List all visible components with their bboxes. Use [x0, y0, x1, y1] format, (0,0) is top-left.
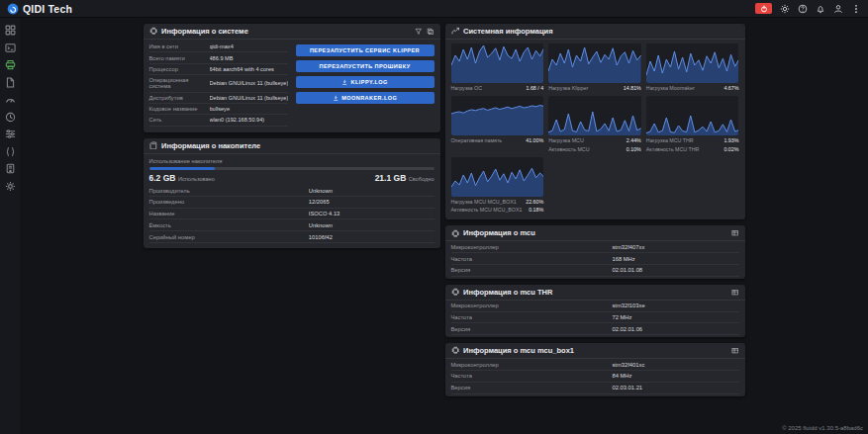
- table-row: НазваниеISOCO 4.13: [149, 209, 434, 220]
- info-value: stm32f407xx: [612, 244, 738, 250]
- table-row: Кодовое названиеbullseye: [149, 104, 288, 115]
- details-icon[interactable]: [731, 289, 739, 297]
- sidebar-item-tune[interactable]: [5, 94, 16, 105]
- button-label: KLIPPY.LOG: [351, 79, 388, 85]
- kebab-menu-icon[interactable]: [851, 4, 861, 14]
- moonraker-log-button[interactable]: MOONRAKER.LOG: [296, 92, 434, 104]
- chart-klipper-load: Нагрузка Klipper14.81%: [548, 43, 641, 91]
- info-label: Частота: [451, 314, 613, 320]
- info-value: 10106f42: [309, 234, 434, 240]
- chart-label: Нагрузка MCU THR: [646, 137, 694, 143]
- system-info-table: Имя в сетиqidi-max4 Всего памяти486.9 MB…: [149, 42, 288, 127]
- details-icon[interactable]: [731, 347, 739, 355]
- brand[interactable]: QIDI Tech: [7, 3, 72, 15]
- table-row: Серийный номер10106f42: [149, 231, 434, 243]
- info-label: Частота: [451, 256, 613, 262]
- chart-label: Нагрузка ОС: [451, 85, 482, 91]
- table-row: Микроконтроллерstm32f407xx: [451, 241, 739, 253]
- disk-body: Использование накопителя 6.2 GB Использо…: [144, 154, 440, 248]
- chart-label: Оперативная память: [451, 137, 503, 143]
- main-content: Информация о системе Имя в сетиqidi-max4…: [20, 18, 868, 434]
- help-icon[interactable]: [798, 4, 808, 14]
- table-row: Частота84 MHz: [451, 371, 739, 383]
- info-label: Микроконтроллер: [451, 362, 613, 368]
- info-label: Версия: [451, 385, 613, 391]
- table-row: Версия02.03.01.21: [451, 383, 739, 394]
- notifications-bell-icon[interactable]: [816, 4, 825, 14]
- topbar: QIDI Tech: [0, 0, 868, 18]
- account-icon[interactable]: [833, 4, 843, 14]
- table-row: ПроизводительUnknown: [149, 185, 434, 197]
- sidebar-item-system[interactable]: [5, 163, 16, 174]
- chart-value: 0.02%: [723, 146, 738, 152]
- system-info-body: Имя в сетиqidi-max4 Всего памяти486.9 MB…: [144, 40, 440, 132]
- panel-system-charts-header: Системная информация: [445, 24, 745, 40]
- info-label: Произведено: [149, 199, 309, 205]
- chart-os-load: Нагрузка ОС1.68 / 4: [451, 43, 544, 91]
- filter-icon[interactable]: [415, 28, 423, 36]
- chart-value: 0.18%: [529, 207, 543, 213]
- settings-gear-icon[interactable]: [780, 4, 790, 14]
- emergency-stop-button[interactable]: [755, 3, 772, 14]
- sidebar-item-jobs[interactable]: [5, 77, 16, 88]
- table-row: Микроконтроллерstm32f103xe: [451, 301, 739, 312]
- chart-value: 2.44%: [627, 137, 641, 143]
- restart-klipper-service-button[interactable]: ПЕРЕЗАПУСТИТЬ СЕРВИС KLIPPER: [296, 44, 434, 56]
- info-label: Частота: [451, 373, 613, 379]
- chart-moonraker-load: Нагрузка Moonraker4.67%: [646, 43, 739, 91]
- info-label: Дистрибутив: [149, 95, 210, 101]
- copy-icon[interactable]: [427, 28, 434, 36]
- details-icon[interactable]: [731, 229, 739, 237]
- panel-mcu-box1-header: Информация о mcu mcu_box1: [445, 343, 745, 359]
- sidebar-item-printer[interactable]: [5, 59, 16, 70]
- chart-label: Нагрузка MCU: [548, 137, 584, 143]
- table-row: Частота72 MHz: [451, 312, 739, 324]
- sidebar-item-settings[interactable]: [5, 181, 16, 192]
- sidebar-item-configure[interactable]: [5, 129, 16, 139]
- info-value: ISOCO 4.13: [309, 211, 434, 217]
- mcu-table: Микроконтроллерstm32f401xc Частота84 MHz…: [445, 359, 745, 395]
- disk-used-stat: 6.2 GB Использовано: [149, 173, 215, 183]
- klippy-log-button[interactable]: KLIPPY.LOG: [296, 76, 434, 88]
- mcu-table: Микроконтроллерstm32f103xe Частота72 MHz…: [445, 301, 745, 337]
- disk-used-label: Использовано: [178, 176, 215, 182]
- info-value: 02.01.01.08: [612, 267, 738, 273]
- info-value: Unknown: [309, 188, 434, 194]
- panel-disk-info-header: Информация о накопителе: [144, 138, 440, 154]
- panel-system-info: Информация о системе Имя в сетиqidi-max4…: [144, 24, 440, 132]
- chart-label: Нагрузка Klipper: [548, 85, 588, 91]
- chart-label: Нагрузка Moonraker: [646, 85, 695, 91]
- panel-mcu-thr: Информация о mcu THR Микроконтроллерstm3…: [445, 285, 745, 337]
- sparkline-chart: [646, 43, 739, 83]
- chart-value: 0.10%: [627, 146, 641, 152]
- panel-actions: [731, 229, 739, 237]
- info-value: 168 MHz: [612, 256, 738, 262]
- info-value: stm32f401xc: [612, 362, 738, 368]
- table-row: Произведено12/2065: [149, 197, 434, 209]
- info-label: Серийный номер: [149, 234, 309, 240]
- disk-free-value: 21.1 GB: [375, 173, 407, 183]
- info-value: Unknown: [309, 222, 434, 228]
- topbar-actions: [755, 3, 861, 14]
- sparkline-chart: [451, 157, 544, 197]
- info-label: Версия: [451, 326, 613, 332]
- sidebar-item-console[interactable]: [5, 43, 16, 53]
- sidebar-item-macros[interactable]: [5, 146, 16, 157]
- table-row: Операционная системаDebian GNU/Linux 11 …: [149, 75, 288, 92]
- sparkline-chart: [646, 96, 739, 135]
- restart-firmware-button[interactable]: ПЕРЕЗАПУСТИТЬ ПРОШИВКУ: [296, 60, 434, 72]
- info-label: Операционная система: [149, 77, 210, 89]
- sidebar-item-dashboard[interactable]: [5, 25, 16, 36]
- download-icon: [333, 95, 339, 102]
- chart-value: 22.60%: [526, 199, 543, 205]
- info-value: stm32f103xe: [612, 303, 738, 308]
- sidebar-item-history[interactable]: [5, 112, 16, 123]
- chart-value: 14.81%: [624, 85, 641, 91]
- disk-usage-progressbar: [149, 167, 434, 171]
- chart-value: 41.00%: [526, 137, 543, 143]
- disk-table: ПроизводительUnknown Произведено12/2065 …: [149, 185, 434, 243]
- info-label: Сеть: [149, 117, 210, 123]
- table-row: ДистрибутивDebian GNU/Linux 11 (bullseye…: [149, 93, 288, 104]
- sparkline-chart: [548, 43, 641, 83]
- footer-version: © 2025 fluidd v1.30.5-a8bad6c: [782, 425, 863, 431]
